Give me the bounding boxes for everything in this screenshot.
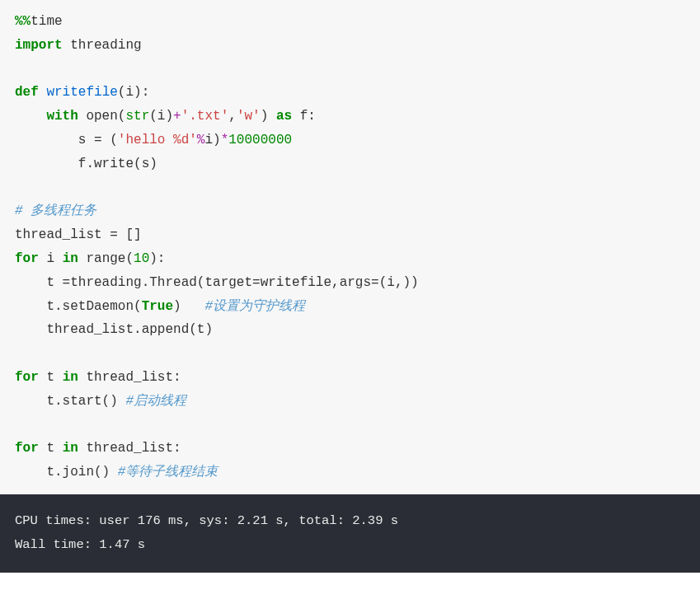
code-cell: %%time import threading def writefile(i)… bbox=[0, 0, 700, 494]
open-call: open( bbox=[78, 109, 126, 124]
op-plus: + bbox=[173, 109, 181, 124]
output-cpu-times: CPU times: user 176 ms, sys: 2.21 s, tot… bbox=[15, 513, 398, 528]
func-name: writefile bbox=[39, 85, 118, 100]
comment-start: #启动线程 bbox=[125, 394, 186, 409]
op-mul: * bbox=[221, 133, 229, 147]
join-call: t.join() bbox=[15, 465, 118, 480]
kw-as: as bbox=[276, 109, 292, 124]
magic-prefix: %% bbox=[15, 14, 31, 29]
var-t2: t bbox=[39, 370, 63, 385]
range-close: ): bbox=[149, 251, 165, 266]
kw-in3: in bbox=[63, 441, 78, 456]
comment-daemon: #设置为守护线程 bbox=[204, 299, 305, 314]
kw-with: with bbox=[46, 109, 78, 124]
str-hello: 'hello %d' bbox=[118, 133, 197, 147]
var-f: f: bbox=[292, 109, 316, 124]
comma: , bbox=[228, 109, 237, 124]
setdaemon-call: t.setDaemon( bbox=[15, 299, 142, 314]
kw-for3: for bbox=[15, 441, 39, 456]
kw-def: def bbox=[15, 85, 39, 100]
write-call: f.write(s) bbox=[15, 157, 157, 171]
var-t3: t bbox=[39, 441, 63, 456]
comment-join: #等待子线程结束 bbox=[118, 465, 218, 480]
thread-list-init: thread_list = [] bbox=[15, 227, 142, 242]
str-txt: '.txt' bbox=[181, 109, 229, 124]
func-params: (i): bbox=[118, 85, 149, 100]
module-name: threading bbox=[63, 38, 142, 53]
thread-create: t =threading.Thread(target=writefile,arg… bbox=[15, 275, 419, 290]
kw-in1: in bbox=[63, 251, 78, 266]
kw-for1: for bbox=[15, 251, 39, 266]
append-call: thread_list.append(t) bbox=[15, 322, 213, 337]
kw-true: True bbox=[142, 299, 173, 314]
output-wall-time: Wall time: 1.47 s bbox=[15, 537, 145, 552]
builtin-str: str bbox=[125, 109, 149, 124]
var-i: i) bbox=[204, 133, 220, 147]
kw-import: import bbox=[15, 38, 63, 53]
magic-cmd: time bbox=[31, 14, 62, 29]
close-paren: ) bbox=[261, 109, 276, 124]
kw-for2: for bbox=[15, 370, 39, 385]
thread-list2: thread_list: bbox=[78, 370, 181, 385]
num-large: 10000000 bbox=[228, 133, 292, 147]
start-call: t.start() bbox=[15, 394, 125, 409]
setdaemon-close: ) bbox=[173, 299, 204, 314]
num-ten: 10 bbox=[134, 251, 149, 266]
assign-s: s = ( bbox=[15, 133, 118, 147]
thread-list3: thread_list: bbox=[78, 441, 181, 456]
range-call: range( bbox=[78, 251, 134, 266]
kw-in2: in bbox=[63, 370, 78, 385]
output-cell: CPU times: user 176 ms, sys: 2.21 s, tot… bbox=[0, 494, 700, 573]
comment-task: # 多线程任务 bbox=[15, 204, 96, 218]
var-i2: i bbox=[39, 251, 63, 266]
str-arg: (i) bbox=[149, 109, 173, 124]
str-mode: 'w' bbox=[237, 109, 261, 124]
op-pct: % bbox=[197, 133, 205, 147]
